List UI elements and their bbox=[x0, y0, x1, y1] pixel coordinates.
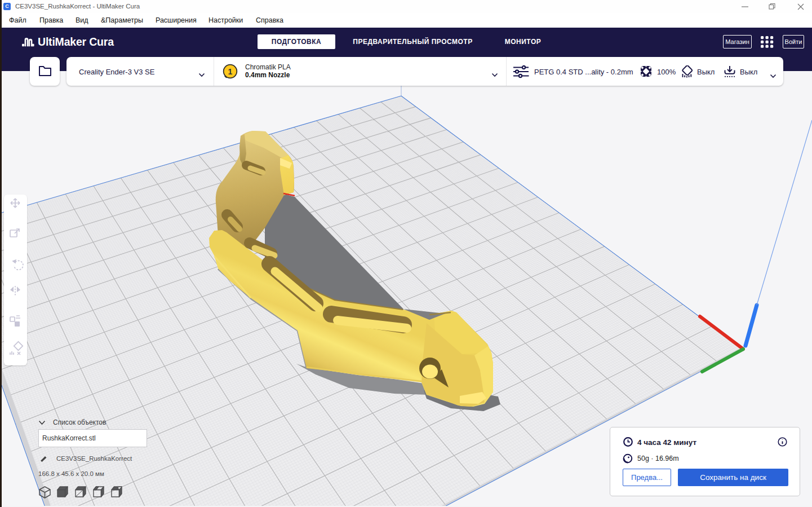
svg-text:1: 1 bbox=[228, 67, 233, 76]
